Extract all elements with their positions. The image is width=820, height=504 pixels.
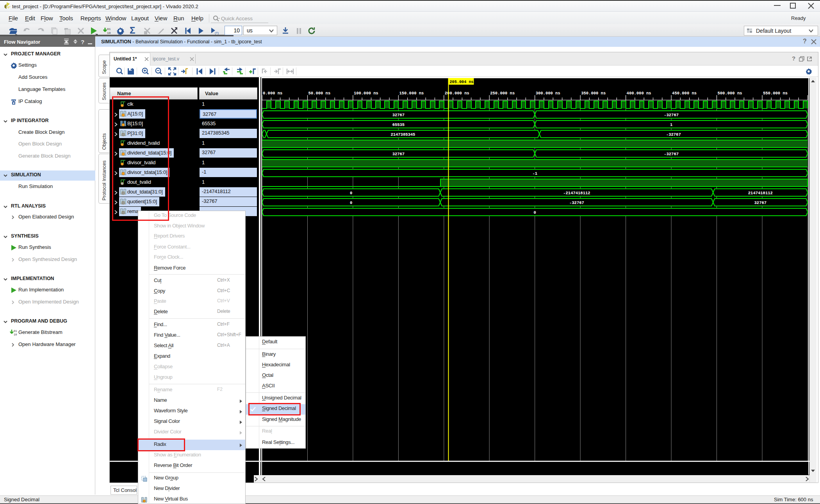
svg-text:32767: 32767: [754, 201, 767, 205]
svg-text:300.000 ns: 300.000 ns: [536, 91, 560, 96]
svg-text:0.000 ns: 0.000 ns: [263, 91, 282, 96]
svg-text:(T): (T): [215, 31, 219, 35]
svg-text:250.000 ns: 250.000 ns: [490, 91, 515, 96]
svg-text:205.004 ns: 205.004 ns: [450, 80, 474, 84]
svg-text:32767: 32767: [392, 152, 405, 156]
svg-text:150.000 ns: 150.000 ns: [399, 91, 424, 96]
svg-text:550.000 ns: 550.000 ns: [763, 91, 788, 96]
svg-text:0: 0: [350, 191, 352, 195]
svg-text:0: 0: [534, 210, 536, 215]
svg-text:1: 1: [670, 122, 672, 127]
svg-text:2147385345: 2147385345: [390, 132, 415, 137]
svg-text:10: 10: [107, 31, 111, 35]
svg-text:-2147418112: -2147418112: [563, 191, 590, 195]
svg-text:500.000 ns: 500.000 ns: [718, 91, 742, 96]
svg-text:?: ?: [81, 39, 84, 45]
svg-text:450.000 ns: 450.000 ns: [672, 91, 697, 96]
svg-text:350.000 ns: 350.000 ns: [581, 91, 606, 96]
svg-text:-32767: -32767: [569, 201, 584, 205]
svg-text:0: 0: [350, 201, 352, 205]
svg-text:-32767: -32767: [666, 132, 681, 137]
svg-text:65535: 65535: [392, 122, 405, 127]
svg-text:32767: 32767: [392, 113, 405, 117]
svg-text:50.000 ns: 50.000 ns: [308, 91, 331, 96]
svg-text:01: 01: [14, 330, 17, 333]
svg-text:400.000 ns: 400.000 ns: [627, 91, 651, 96]
svg-text:-32767: -32767: [664, 113, 679, 117]
svg-text:-1: -1: [532, 171, 537, 176]
svg-text:01: 01: [107, 27, 111, 31]
svg-text:-32767: -32767: [664, 152, 679, 156]
svg-text:2147418112: 2147418112: [748, 191, 773, 195]
svg-text:100.000 ns: 100.000 ns: [354, 91, 378, 96]
svg-text:10: 10: [14, 333, 17, 336]
